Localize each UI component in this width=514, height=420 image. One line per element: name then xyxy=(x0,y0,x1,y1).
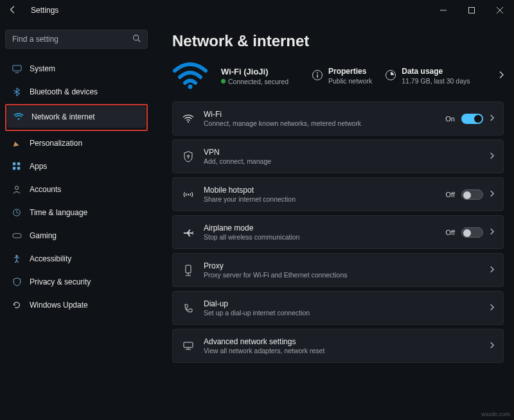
sidebar-item-label: Accounts xyxy=(30,185,61,194)
connection-substatus: Connected, secured xyxy=(228,78,288,85)
chevron-right-icon xyxy=(490,342,494,351)
svg-point-2 xyxy=(134,35,139,40)
card-subtitle: Connect, manage known networks, metered … xyxy=(204,119,436,127)
svg-rect-4 xyxy=(12,65,21,70)
card-subtitle: Proxy server for Wi-Fi and Ethernet conn… xyxy=(204,271,481,279)
card-title: Advanced network settings xyxy=(204,337,481,346)
sidebar-item-label: Gaming xyxy=(30,231,57,240)
properties-value: Public network xyxy=(328,77,372,85)
search-placeholder: Find a setting xyxy=(12,35,58,44)
wifi-toggle[interactable] xyxy=(461,114,483,124)
airplane-toggle[interactable] xyxy=(461,227,483,238)
accounts-icon xyxy=(12,184,22,195)
wifi-large-icon xyxy=(172,62,208,90)
vpn-icon xyxy=(182,151,195,162)
svg-rect-9 xyxy=(13,167,15,170)
network-status-row: Wi-Fi (JioJi) Connected, secured Propert… xyxy=(172,62,504,90)
sidebar-item-bluetooth[interactable]: Bluetooth & devices xyxy=(5,81,148,103)
window-caption-buttons xyxy=(429,0,514,21)
proxy-icon xyxy=(182,265,195,276)
setting-mobile-hotspot[interactable]: Mobile hotspot Share your internet conne… xyxy=(172,177,504,211)
data-usage-icon xyxy=(385,69,396,83)
connection-status[interactable]: Wi-Fi (JioJi) Connected, secured xyxy=(221,67,288,85)
connection-name: Wi-Fi (JioJi) xyxy=(221,67,288,76)
chevron-right-icon xyxy=(490,228,494,237)
data-usage-block[interactable]: Data usage 11.79 GB, last 30 days xyxy=(385,67,470,85)
card-subtitle: Share your internet connection xyxy=(204,195,437,203)
accessibility-icon xyxy=(12,254,22,264)
toggle-state-label: Off xyxy=(446,191,455,198)
svg-point-17 xyxy=(317,72,318,73)
wifi-icon xyxy=(13,112,24,122)
sidebar-item-privacy[interactable]: Privacy & security xyxy=(5,271,148,293)
apps-icon xyxy=(12,161,22,171)
card-title: Dial-up xyxy=(204,299,481,308)
sidebar-item-label: Windows Update xyxy=(30,301,88,310)
setting-airplane-mode[interactable]: Airplane mode Stop all wireless communic… xyxy=(172,215,504,249)
svg-rect-7 xyxy=(13,162,15,165)
setting-dialup[interactable]: Dial-up Set up a dial-up internet connec… xyxy=(172,291,504,325)
chevron-right-icon xyxy=(490,152,494,161)
page-title: Network & internet xyxy=(172,32,504,50)
back-button[interactable] xyxy=(6,5,19,16)
sidebar-item-label: Accessibility xyxy=(30,254,71,263)
sidebar-item-label: Personalization xyxy=(30,139,82,148)
setting-proxy[interactable]: Proxy Proxy server for Wi-Fi and Etherne… xyxy=(172,253,504,287)
search-input[interactable]: Find a setting xyxy=(5,30,148,49)
svg-line-3 xyxy=(138,40,140,42)
setting-wifi[interactable]: Wi-Fi Connect, manage known networks, me… xyxy=(172,101,504,136)
system-icon xyxy=(12,64,22,74)
setting-advanced-network[interactable]: Advanced network settings View all netwo… xyxy=(172,329,504,363)
update-icon xyxy=(12,300,22,310)
connected-dot-icon xyxy=(221,79,226,83)
properties-label: Properties xyxy=(328,67,372,76)
chevron-right-icon xyxy=(490,114,494,123)
svg-rect-24 xyxy=(186,265,191,273)
maximize-button[interactable] xyxy=(457,0,486,21)
gaming-icon xyxy=(12,231,22,241)
hotspot-toggle[interactable] xyxy=(461,189,483,200)
sidebar-item-accessibility[interactable]: Accessibility xyxy=(5,248,148,270)
sidebar-item-gaming[interactable]: Gaming xyxy=(5,225,148,247)
dialup-icon xyxy=(182,303,195,313)
svg-point-23 xyxy=(188,193,189,195)
svg-rect-27 xyxy=(184,342,193,347)
data-usage-label: Data usage xyxy=(402,67,470,76)
chevron-right-icon xyxy=(490,266,494,275)
card-title: Proxy xyxy=(204,261,481,270)
window-title: Settings xyxy=(31,6,58,15)
sidebar-item-label: Apps xyxy=(30,162,47,171)
toggle-state-label: Off xyxy=(446,229,455,236)
minimize-button[interactable] xyxy=(429,0,457,21)
close-button[interactable] xyxy=(486,0,514,21)
svg-point-14 xyxy=(15,255,18,258)
svg-rect-13 xyxy=(12,234,21,238)
svg-point-11 xyxy=(15,186,18,189)
main-content: Network & internet Wi-Fi (JioJi) Connect… xyxy=(153,21,514,420)
sidebar-item-time-language[interactable]: Time & language xyxy=(5,202,148,223)
advanced-network-icon xyxy=(182,341,195,351)
chevron-right-icon[interactable] xyxy=(499,71,504,81)
data-usage-value: 11.79 GB, last 30 days xyxy=(402,77,470,85)
chevron-right-icon xyxy=(490,190,494,199)
airplane-icon xyxy=(182,227,195,238)
bluetooth-icon xyxy=(12,87,22,97)
sidebar-item-personalization[interactable]: Personalization xyxy=(5,132,148,154)
svg-point-15 xyxy=(188,85,193,89)
tutorial-highlight: Network & internet xyxy=(5,104,148,131)
sidebar-item-accounts[interactable]: Accounts xyxy=(5,179,148,200)
sidebar-item-windows-update[interactable]: Windows Update xyxy=(5,294,148,316)
personalization-icon xyxy=(12,138,22,148)
sidebar-item-system[interactable]: System xyxy=(5,58,148,80)
properties-block[interactable]: Properties Public network xyxy=(312,67,372,85)
watermark: wsxdn.com xyxy=(481,411,510,417)
setting-vpn[interactable]: VPN Add, connect, manage xyxy=(172,139,504,173)
sidebar-item-network[interactable]: Network & internet xyxy=(7,106,146,128)
info-icon xyxy=(312,69,323,83)
sidebar-item-label: Network & internet xyxy=(31,112,95,121)
card-title: Mobile hotspot xyxy=(204,186,437,195)
toggle-state-label: On xyxy=(445,115,455,123)
sidebar-item-apps[interactable]: Apps xyxy=(5,155,148,177)
card-subtitle: Set up a dial-up internet connection xyxy=(204,309,481,317)
search-icon xyxy=(132,34,141,44)
